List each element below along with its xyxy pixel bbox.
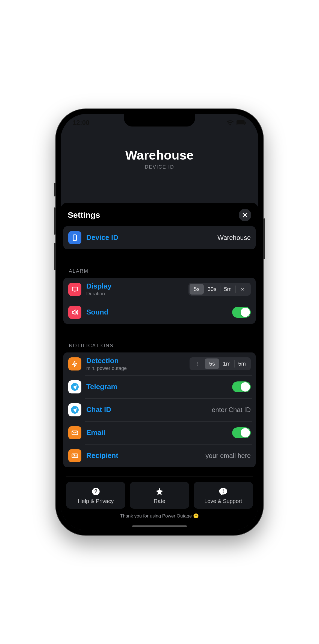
email-label: Email xyxy=(86,428,227,437)
alarm-group: Display Duration 5s 30s 5m ∞ xyxy=(63,278,256,324)
bolt-icon xyxy=(68,357,81,370)
svg-rect-12 xyxy=(73,455,75,456)
sound-label: Sound xyxy=(86,308,227,316)
love-support-button[interactable]: ! Love & Support xyxy=(194,482,253,509)
love-label: Love & Support xyxy=(196,498,251,504)
email-toggle[interactable] xyxy=(232,427,251,438)
screen: 12:00 Warehouse DEVICE ID Settings xyxy=(61,114,258,530)
display-sub: Duration xyxy=(86,291,184,297)
seg-option[interactable]: 1m xyxy=(219,358,234,369)
seg-option[interactable]: 5m xyxy=(234,358,250,369)
device-id-value: Warehouse xyxy=(217,234,251,242)
email-row: Email xyxy=(63,421,256,444)
bubble-exclaim-icon: ! xyxy=(196,487,251,496)
svg-rect-5 xyxy=(72,287,78,291)
rate-label: Rate xyxy=(132,498,187,504)
telegram-row: Telegram xyxy=(63,375,256,398)
device-id-row[interactable]: Device ID Warehouse xyxy=(63,226,256,249)
svg-rect-1 xyxy=(237,121,244,124)
page-header: Warehouse DEVICE ID xyxy=(61,131,258,203)
alarm-section-header: ALARM xyxy=(61,268,258,278)
seg-option[interactable]: ! xyxy=(191,358,205,369)
close-icon xyxy=(242,212,248,218)
display-icon xyxy=(68,283,81,296)
display-duration-segmented[interactable]: 5s 30s 5m ∞ xyxy=(188,283,251,296)
chat-id-placeholder: enter Chat ID xyxy=(212,406,251,414)
notifications-section-header: NOTIFICATIONS xyxy=(61,343,258,352)
help-label: Help & Privacy xyxy=(68,498,123,504)
recipient-row[interactable]: Recipient your email here xyxy=(63,444,256,467)
seg-option[interactable]: ∞ xyxy=(235,284,250,295)
help-privacy-button[interactable]: ? Help & Privacy xyxy=(66,482,125,509)
footer-separator xyxy=(66,477,253,477)
recipient-label: Recipient xyxy=(86,451,201,460)
telegram-label: Telegram xyxy=(86,383,227,391)
power-button xyxy=(263,218,265,259)
chat-id-row[interactable]: Chat ID enter Chat ID xyxy=(63,398,256,421)
thank-you-text: Thank you for using Power Outage 🙂 xyxy=(61,513,258,519)
svg-text:!: ! xyxy=(222,488,224,494)
device-group: Device ID Warehouse xyxy=(63,226,256,249)
seg-option[interactable]: 5s xyxy=(205,358,219,369)
device-id-label: Device ID xyxy=(86,233,212,242)
telegram-icon xyxy=(68,403,81,416)
page-title: Warehouse xyxy=(61,148,258,163)
svg-rect-2 xyxy=(245,122,246,124)
seg-option[interactable]: 5m xyxy=(220,284,235,295)
display-label: Display xyxy=(86,282,184,290)
phone-icon xyxy=(68,231,81,244)
silent-switch xyxy=(54,183,56,196)
star-icon xyxy=(132,487,187,496)
detection-sub: min. power outage xyxy=(86,366,185,371)
settings-sheet: Settings Device ID Warehouse xyxy=(61,203,258,530)
home-indicator xyxy=(132,525,187,527)
recipient-placeholder: your email here xyxy=(206,452,251,460)
notifications-group: Detection min. power outage ! 5s 1m 5m xyxy=(63,352,256,467)
display-row: Display Duration 5s 30s 5m ∞ xyxy=(63,278,256,301)
footer-buttons: ? Help & Privacy Rate ! Lo xyxy=(61,482,258,509)
wifi-icon xyxy=(227,120,234,125)
battery-icon xyxy=(237,120,246,125)
detection-row: Detection min. power outage ! 5s 1m 5m xyxy=(63,352,256,375)
sound-toggle[interactable] xyxy=(232,307,251,318)
detection-label: Detection xyxy=(86,357,185,365)
telegram-toggle[interactable] xyxy=(232,381,251,392)
close-button[interactable] xyxy=(239,209,251,221)
notch xyxy=(124,114,195,127)
telegram-icon xyxy=(68,380,81,393)
volume-down xyxy=(54,243,56,270)
status-time: 12:00 xyxy=(73,119,89,127)
sound-row: Sound xyxy=(63,301,256,324)
phone-frame: 12:00 Warehouse DEVICE ID Settings xyxy=(56,109,263,535)
sound-icon xyxy=(68,306,81,319)
card-icon xyxy=(68,449,81,462)
page-subtitle: DEVICE ID xyxy=(61,164,258,170)
chat-id-label: Chat ID xyxy=(86,405,207,414)
question-icon: ? xyxy=(68,487,123,496)
envelope-icon xyxy=(68,426,81,439)
svg-text:?: ? xyxy=(94,488,98,494)
seg-option[interactable]: 30s xyxy=(204,284,220,295)
seg-option[interactable]: 5s xyxy=(190,284,204,295)
volume-up xyxy=(54,207,56,235)
rate-button[interactable]: Rate xyxy=(130,482,189,509)
sheet-title: Settings xyxy=(68,210,239,220)
detection-segmented[interactable]: ! 5s 1m 5m xyxy=(190,357,251,370)
